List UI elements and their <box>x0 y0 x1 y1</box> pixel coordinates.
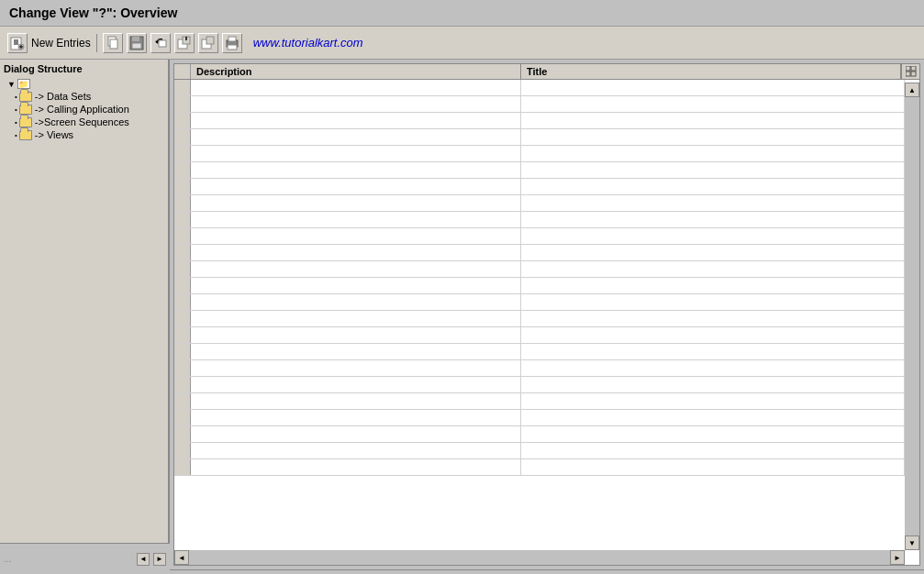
row-title-3[interactable] <box>521 113 905 128</box>
row-desc-5[interactable] <box>191 146 521 161</box>
row-title-9[interactable] <box>521 212 905 227</box>
row-desc-23[interactable] <box>191 443 521 458</box>
row-desc-11[interactable] <box>191 245 521 260</box>
row-desc-4[interactable] <box>191 129 521 145</box>
row-title-24[interactable] <box>521 459 905 475</box>
row-sel-6[interactable] <box>174 162 191 178</box>
row-sel-14[interactable] <box>174 294 191 310</box>
row-sel-2[interactable] <box>174 96 191 112</box>
row-title-20[interactable] <box>521 393 905 409</box>
row-sel-1[interactable] <box>174 80 191 95</box>
row-desc-18[interactable] <box>191 360 521 376</box>
tree-collapse-arrow[interactable]: ▼ <box>7 80 16 89</box>
print-button[interactable] <box>222 33 242 53</box>
row-desc-15[interactable] <box>191 311 521 326</box>
row-title-19[interactable] <box>521 377 905 392</box>
row-title-5[interactable] <box>521 146 905 161</box>
table-row <box>174 278 905 294</box>
row-title-2[interactable] <box>521 96 905 112</box>
sidebar-item-data-sets[interactable]: • -> Data Sets <box>4 90 164 103</box>
row-sel-16[interactable] <box>174 327 191 343</box>
row-desc-9[interactable] <box>191 212 521 227</box>
row-title-17[interactable] <box>521 344 905 359</box>
row-title-14[interactable] <box>521 294 905 310</box>
scroll-down-button[interactable]: ▼ <box>905 535 919 550</box>
undo-button[interactable] <box>150 33 171 53</box>
row-title-18[interactable] <box>521 360 905 376</box>
tree-root-item[interactable]: ▼ 📁 <box>4 78 164 90</box>
row-desc-21[interactable] <box>191 410 521 425</box>
row-sel-17[interactable] <box>174 344 191 359</box>
row-title-11[interactable] <box>521 245 905 260</box>
row-sel-23[interactable] <box>174 443 191 458</box>
row-sel-13[interactable] <box>174 278 191 293</box>
export-button[interactable] <box>174 33 195 53</box>
header-grid-icon[interactable] <box>901 64 919 79</box>
row-desc-2[interactable] <box>191 96 521 112</box>
row-sel-22[interactable] <box>174 426 191 442</box>
row-title-16[interactable] <box>521 327 905 343</box>
row-title-22[interactable] <box>521 426 905 442</box>
row-title-10[interactable] <box>521 228 905 244</box>
sidebar-nav-left[interactable]: ◄ <box>137 553 150 566</box>
row-desc-14[interactable] <box>191 294 521 310</box>
row-sel-12[interactable] <box>174 261 191 277</box>
row-sel-4[interactable] <box>174 129 191 145</box>
row-desc-6[interactable] <box>191 162 521 178</box>
row-desc-12[interactable] <box>191 261 521 277</box>
row-desc-17[interactable] <box>191 344 521 359</box>
row-desc-24[interactable] <box>191 459 521 475</box>
row-sel-5[interactable] <box>174 146 191 161</box>
row-sel-11[interactable] <box>174 245 191 260</box>
row-title-13[interactable] <box>521 278 905 293</box>
row-title-1[interactable] <box>521 80 905 95</box>
row-sel-21[interactable] <box>174 410 191 425</box>
new-entries-label[interactable]: New Entries <box>31 37 91 50</box>
row-sel-19[interactable] <box>174 377 191 392</box>
row-desc-20[interactable] <box>191 393 521 409</box>
row-title-4[interactable] <box>521 129 905 145</box>
row-sel-18[interactable] <box>174 360 191 376</box>
row-title-12[interactable] <box>521 261 905 277</box>
row-title-6[interactable] <box>521 162 905 178</box>
copy-button[interactable] <box>103 33 123 53</box>
row-desc-7[interactable] <box>191 179 521 194</box>
row-sel-8[interactable] <box>174 195 191 211</box>
new-entries-button[interactable] <box>7 33 28 53</box>
row-desc-22[interactable] <box>191 426 521 442</box>
row-desc-16[interactable] <box>191 327 521 343</box>
row-desc-8[interactable] <box>191 195 521 211</box>
row-sel-15[interactable] <box>174 311 191 326</box>
row-title-21[interactable] <box>521 410 905 425</box>
toolbar: New Entries <box>0 27 924 60</box>
sidebar-nav-right[interactable]: ► <box>153 553 166 566</box>
row-title-8[interactable] <box>521 195 905 211</box>
row-title-7[interactable] <box>521 179 905 194</box>
svg-rect-8 <box>110 39 117 49</box>
save-button[interactable] <box>127 33 147 53</box>
row-sel-7[interactable] <box>174 179 191 194</box>
row-desc-10[interactable] <box>191 228 521 244</box>
row-sel-3[interactable] <box>174 113 191 128</box>
row-title-15[interactable] <box>521 311 905 326</box>
table-body <box>174 80 905 476</box>
row-sel-24[interactable] <box>174 459 191 475</box>
row-sel-20[interactable] <box>174 393 191 409</box>
row-desc-3[interactable] <box>191 113 521 128</box>
sidebar-item-calling-application[interactable]: • -> Calling Application <box>4 103 164 116</box>
scroll-up-button[interactable]: ▲ <box>905 83 919 97</box>
row-desc-19[interactable] <box>191 377 521 392</box>
row-title-23[interactable] <box>521 443 905 458</box>
row-sel-9[interactable] <box>174 212 191 227</box>
folder-icon-1 <box>19 92 32 102</box>
scroll-right-button[interactable]: ► <box>890 550 905 565</box>
scroll-track[interactable] <box>905 97 919 535</box>
sidebar-item-views[interactable]: • -> Views <box>4 128 164 141</box>
row-sel-10[interactable] <box>174 228 191 244</box>
scroll-htrack[interactable] <box>189 550 890 565</box>
row-desc-1[interactable] <box>191 80 521 95</box>
scroll-left-button[interactable]: ◄ <box>174 550 189 565</box>
import-button[interactable] <box>198 33 218 53</box>
sidebar-item-screen-sequences[interactable]: • ->Screen Sequences <box>4 116 164 128</box>
row-desc-13[interactable] <box>191 278 521 293</box>
